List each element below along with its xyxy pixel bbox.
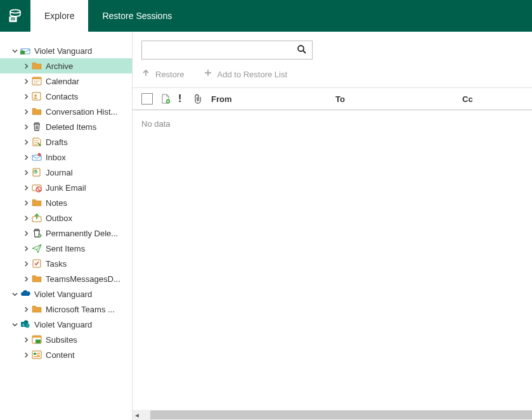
chevron-right-icon[interactable]	[23, 337, 29, 343]
tree-node-label: Outbox	[46, 213, 72, 223]
column-to[interactable]: To	[335, 94, 462, 104]
svg-rect-1	[9, 16, 16, 22]
tree-node-subsites[interactable]: Subsites	[0, 332, 132, 347]
content-pane: Restore Add to Restore List ! From To Cc…	[133, 32, 532, 420]
chevron-right-icon[interactable]	[23, 246, 29, 251]
svg-rect-26	[37, 355, 40, 356]
grid-empty-text: No data	[133, 110, 532, 129]
sharepoint-icon: S	[20, 319, 30, 329]
tree-node-archive[interactable]: Archive	[0, 58, 132, 73]
tree-node-junk-email[interactable]: Junk Email	[0, 180, 132, 195]
folder-icon	[32, 61, 42, 71]
tree-node-notes[interactable]: Notes	[0, 195, 132, 210]
restore-arrow-icon	[141, 68, 150, 80]
tree-node-tasks[interactable]: Tasks	[0, 256, 132, 271]
tree-sidebar: Violet VanguardArchiveCalendarContactsCo…	[0, 32, 133, 420]
outbox-icon	[32, 213, 42, 223]
tree-node-label: Archive	[46, 61, 73, 71]
chevron-right-icon[interactable]	[23, 79, 29, 84]
tree-node-drafts[interactable]: Drafts	[0, 134, 132, 150]
svg-rect-25	[37, 353, 40, 354]
svg-rect-24	[34, 353, 36, 355]
svg-rect-5	[32, 77, 41, 79]
tree-node-label: Permanently Dele...	[46, 229, 118, 238]
select-all-checkbox[interactable]	[141, 93, 153, 105]
chevron-right-icon[interactable]	[23, 109, 29, 115]
tasks-icon	[32, 258, 42, 269]
chevron-down-icon[interactable]	[11, 322, 18, 328]
chevron-right-icon[interactable]	[23, 94, 29, 99]
tree-node-label: Junk Email	[46, 183, 86, 193]
tree-node-inbox[interactable]: Inbox	[0, 150, 132, 165]
app-header: ExploreRestore Sessions	[0, 0, 532, 32]
horizontal-scrollbar[interactable]: ◄	[133, 410, 532, 420]
scroll-thumb[interactable]	[150, 410, 532, 419]
search-icon[interactable]	[297, 44, 307, 56]
column-cc[interactable]: Cc	[462, 94, 532, 104]
scroll-left-icon[interactable]: ◄	[133, 412, 141, 419]
svg-point-28	[298, 46, 304, 51]
chevron-down-icon[interactable]	[11, 291, 18, 297]
chevron-right-icon[interactable]	[23, 276, 29, 282]
restore-button[interactable]: Restore	[141, 68, 185, 80]
new-item-icon	[160, 94, 178, 104]
search-input-wrapper[interactable]	[141, 41, 313, 60]
tree-node-label: Notes	[46, 198, 67, 208]
svg-rect-21	[32, 336, 41, 338]
chevron-right-icon[interactable]	[23, 200, 29, 206]
tree-node-outbox[interactable]: Outbox	[0, 210, 132, 226]
chevron-right-icon[interactable]	[23, 185, 29, 191]
chevron-right-icon[interactable]	[23, 155, 29, 160]
svg-line-29	[303, 51, 306, 53]
chevron-right-icon[interactable]	[23, 231, 29, 236]
journal-icon	[32, 167, 42, 177]
search-input[interactable]	[147, 46, 297, 55]
trash-icon	[32, 122, 42, 132]
folder-icon	[32, 274, 42, 284]
chevron-right-icon[interactable]	[23, 352, 29, 358]
folder-icon	[32, 106, 42, 117]
tree-node-violet-vanguard[interactable]: Violet Vanguard	[0, 43, 132, 58]
restore-label: Restore	[155, 70, 185, 79]
folder-icon	[32, 304, 42, 314]
tree-node-label: Sent Items	[46, 244, 85, 253]
add-to-restore-list-button[interactable]: Add to Restore List	[204, 68, 288, 80]
mailbox-icon	[20, 46, 30, 56]
add-label: Add to Restore List	[217, 70, 288, 79]
tree-node-label: Calendar	[46, 77, 79, 86]
tree-node-microsoft-teams[interactable]: Microsoft Teams ...	[0, 302, 132, 317]
tree-node-conversation-hist[interactable]: Conversation Hist...	[0, 104, 132, 119]
chevron-right-icon[interactable]	[23, 215, 29, 221]
svg-text:S: S	[22, 323, 24, 327]
chevron-down-icon[interactable]	[11, 48, 18, 54]
chevron-right-icon[interactable]	[23, 170, 29, 175]
tree-node-sent-items[interactable]: Sent Items	[0, 241, 132, 256]
tree-node-teamsmessagesd[interactable]: TeamsMessagesD...	[0, 271, 132, 286]
grid-header: ! From To Cc	[133, 87, 532, 110]
chevron-right-icon[interactable]	[23, 261, 29, 267]
tree-node-content[interactable]: Content	[0, 347, 132, 362]
tab-restore-sessions[interactable]: Restore Sessions	[88, 0, 186, 32]
tree-node-permanently-dele[interactable]: Permanently Dele...	[0, 226, 132, 241]
calendar-icon	[32, 76, 42, 86]
tree-node-journal[interactable]: Journal	[0, 165, 132, 180]
toolbar: Restore Add to Restore List	[133, 68, 532, 87]
tree-node-label: Conversation Hist...	[46, 107, 117, 117]
sent-icon	[32, 243, 42, 253]
tree-node-deleted-items[interactable]: Deleted Items	[0, 119, 132, 134]
tree-node-calendar[interactable]: Calendar	[0, 73, 132, 89]
tree-node-contacts[interactable]: Contacts	[0, 89, 132, 104]
chevron-right-icon[interactable]	[23, 63, 29, 69]
chevron-right-icon[interactable]	[23, 139, 29, 145]
chevron-right-icon[interactable]	[23, 124, 29, 130]
tree-node-label: Subsites	[46, 335, 77, 345]
tree-node-violet-vanguard[interactable]: Violet Vanguard	[0, 286, 132, 302]
importance-icon: !	[178, 93, 193, 105]
chevron-right-icon[interactable]	[23, 307, 29, 312]
column-from[interactable]: From	[211, 94, 335, 104]
contacts-icon	[32, 91, 42, 101]
tree-node-label: Drafts	[46, 137, 68, 147]
svg-point-7	[34, 94, 37, 97]
tab-explore[interactable]: Explore	[30, 0, 88, 32]
tree-node-violet-vanguard[interactable]: SViolet Vanguard	[0, 317, 132, 332]
